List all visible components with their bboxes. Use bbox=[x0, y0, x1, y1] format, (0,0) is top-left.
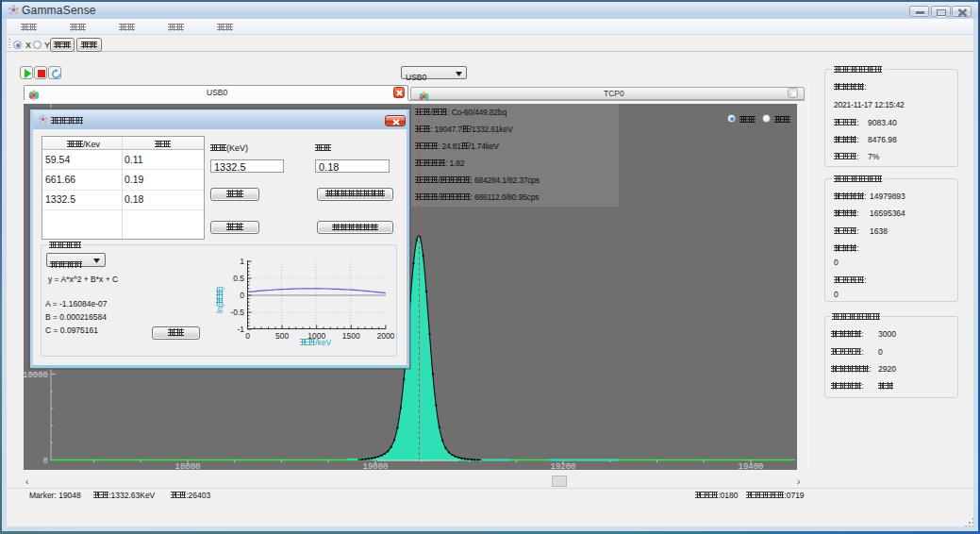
svg-text:0.5: 0.5 bbox=[233, 274, 244, 283]
svg-text:500: 500 bbox=[275, 331, 289, 341]
svg-text:10000: 10000 bbox=[24, 371, 48, 380]
svg-text:19000: 19000 bbox=[362, 462, 388, 471]
svg-text:1500: 1500 bbox=[342, 331, 360, 341]
svg-text:19200: 19200 bbox=[550, 462, 575, 471]
svg-text:18800: 18800 bbox=[174, 462, 200, 471]
svg-text:-1: -1 bbox=[237, 325, 244, 334]
svg-text:0: 0 bbox=[240, 291, 244, 300]
svg-text:2000: 2000 bbox=[376, 331, 394, 341]
svg-text:1: 1 bbox=[240, 257, 244, 266]
svg-text:-0.5: -0.5 bbox=[230, 308, 244, 317]
svg-text:0: 0 bbox=[245, 331, 250, 341]
svg-text:0: 0 bbox=[43, 457, 48, 466]
svg-text:19400: 19400 bbox=[738, 462, 763, 471]
